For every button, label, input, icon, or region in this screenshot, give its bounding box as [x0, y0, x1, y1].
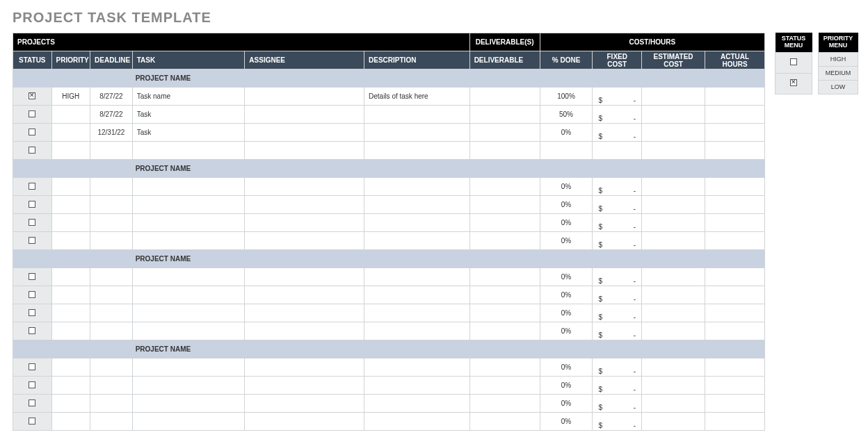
- cell-deadline[interactable]: [90, 322, 133, 340]
- cell-pct-done[interactable]: 0%: [540, 304, 593, 322]
- section-name[interactable]: PROJECT NAME: [132, 69, 764, 88]
- status-checkbox-icon[interactable]: [29, 327, 35, 334]
- cell-priority[interactable]: [51, 358, 90, 377]
- cell-estimated-cost[interactable]: [642, 232, 705, 250]
- cell-task[interactable]: [132, 268, 245, 286]
- cell-fixed-cost[interactable]: $-: [593, 304, 642, 322]
- cell-deadline[interactable]: 8/27/22: [90, 88, 133, 106]
- cell-pct-done[interactable]: 0%: [540, 395, 593, 413]
- cell-description[interactable]: [364, 286, 470, 304]
- cell-pct-done[interactable]: 0%: [540, 232, 593, 250]
- cell-assignee[interactable]: [245, 286, 364, 304]
- cell-status[interactable]: [13, 106, 52, 124]
- cell-estimated-cost[interactable]: [642, 268, 705, 286]
- cell-fixed-cost[interactable]: $-: [593, 196, 642, 214]
- cell-status[interactable]: [13, 358, 52, 377]
- cell-deliverable[interactable]: [469, 196, 540, 214]
- status-checkbox-icon[interactable]: [29, 92, 35, 99]
- cell-pct-done[interactable]: 0%: [540, 413, 593, 431]
- status-menu-option[interactable]: [775, 73, 812, 94]
- cell-assignee[interactable]: [245, 214, 364, 232]
- cell-deliverable[interactable]: [469, 395, 540, 413]
- cell-pct-done[interactable]: 0%: [540, 377, 593, 395]
- cell-task[interactable]: [132, 214, 245, 232]
- cell-fixed-cost[interactable]: $-: [593, 214, 642, 232]
- cell-fixed-cost[interactable]: $-: [593, 178, 642, 196]
- cell-estimated-cost[interactable]: [642, 395, 705, 413]
- cell-description[interactable]: [364, 196, 470, 214]
- cell-status[interactable]: [13, 214, 52, 232]
- cell-priority[interactable]: [51, 286, 90, 304]
- cell-task[interactable]: [132, 377, 245, 395]
- cell-description[interactable]: [364, 322, 470, 340]
- cell-actual-hours[interactable]: [705, 395, 765, 413]
- cell-description[interactable]: [364, 142, 470, 160]
- cell-deadline[interactable]: [90, 395, 133, 413]
- cell-deliverable[interactable]: [469, 304, 540, 322]
- cell-priority[interactable]: [51, 322, 90, 340]
- cell-actual-hours[interactable]: [705, 268, 765, 286]
- cell-status[interactable]: [13, 377, 52, 395]
- cell-description[interactable]: [364, 106, 470, 124]
- cell-actual-hours[interactable]: [705, 377, 765, 395]
- status-checkbox-icon[interactable]: [29, 183, 35, 190]
- cell-deliverable[interactable]: [469, 268, 540, 286]
- status-checkbox-icon[interactable]: [29, 201, 35, 208]
- section-name[interactable]: PROJECT NAME: [132, 160, 764, 178]
- status-checkbox-icon[interactable]: [29, 129, 35, 135]
- cell-estimated-cost[interactable]: [642, 304, 705, 322]
- cell-status[interactable]: [13, 304, 52, 322]
- cell-assignee[interactable]: [245, 377, 364, 395]
- cell-deadline[interactable]: [90, 286, 133, 304]
- cell-assignee[interactable]: [245, 232, 364, 250]
- cell-assignee[interactable]: [245, 322, 364, 340]
- cell-deadline[interactable]: [90, 358, 133, 377]
- section-name[interactable]: PROJECT NAME: [132, 340, 764, 358]
- cell-deliverable[interactable]: [469, 358, 540, 377]
- cell-task[interactable]: [132, 358, 245, 377]
- cell-assignee[interactable]: [245, 178, 364, 196]
- cell-priority[interactable]: HIGH: [51, 88, 90, 106]
- status-checkbox-icon[interactable]: [29, 418, 35, 424]
- cell-task[interactable]: [132, 178, 245, 196]
- priority-menu-option[interactable]: LOW: [819, 80, 858, 94]
- cell-assignee[interactable]: [245, 88, 364, 106]
- cell-assignee[interactable]: [245, 268, 364, 286]
- status-checkbox-icon[interactable]: [29, 399, 35, 406]
- cell-fixed-cost[interactable]: $-: [593, 88, 642, 106]
- cell-pct-done[interactable]: 100%: [540, 88, 593, 106]
- cell-estimated-cost[interactable]: [642, 214, 705, 232]
- cell-task[interactable]: [132, 142, 245, 160]
- cell-pct-done[interactable]: 0%: [540, 214, 593, 232]
- cell-assignee[interactable]: [245, 142, 364, 160]
- cell-estimated-cost[interactable]: [642, 88, 705, 106]
- cell-actual-hours[interactable]: [705, 286, 765, 304]
- cell-fixed-cost[interactable]: $-: [593, 377, 642, 395]
- cell-pct-done[interactable]: 50%: [540, 106, 593, 124]
- cell-status[interactable]: [13, 413, 52, 431]
- cell-deadline[interactable]: [90, 268, 133, 286]
- priority-menu-option[interactable]: MEDIUM: [819, 66, 858, 80]
- cell-actual-hours[interactable]: [705, 88, 765, 106]
- cell-status[interactable]: [13, 196, 52, 214]
- cell-fixed-cost[interactable]: $-: [593, 286, 642, 304]
- status-checkbox-icon[interactable]: [29, 219, 35, 226]
- cell-fixed-cost[interactable]: $-: [593, 124, 642, 142]
- cell-assignee[interactable]: [245, 395, 364, 413]
- cell-deadline[interactable]: [90, 377, 133, 395]
- status-checkbox-icon[interactable]: [29, 381, 35, 388]
- cell-actual-hours[interactable]: [705, 124, 765, 142]
- status-checkbox-icon[interactable]: [29, 110, 35, 117]
- cell-deadline[interactable]: [90, 178, 133, 196]
- cell-task[interactable]: [132, 395, 245, 413]
- cell-deliverable[interactable]: [469, 413, 540, 431]
- cell-fixed-cost[interactable]: $-: [593, 106, 642, 124]
- cell-description[interactable]: [364, 214, 470, 232]
- cell-estimated-cost[interactable]: [642, 377, 705, 395]
- cell-estimated-cost[interactable]: [642, 286, 705, 304]
- cell-priority[interactable]: [51, 214, 90, 232]
- cell-actual-hours[interactable]: [705, 196, 765, 214]
- cell-description[interactable]: [364, 395, 470, 413]
- cell-pct-done[interactable]: 0%: [540, 196, 593, 214]
- cell-deliverable[interactable]: [469, 88, 540, 106]
